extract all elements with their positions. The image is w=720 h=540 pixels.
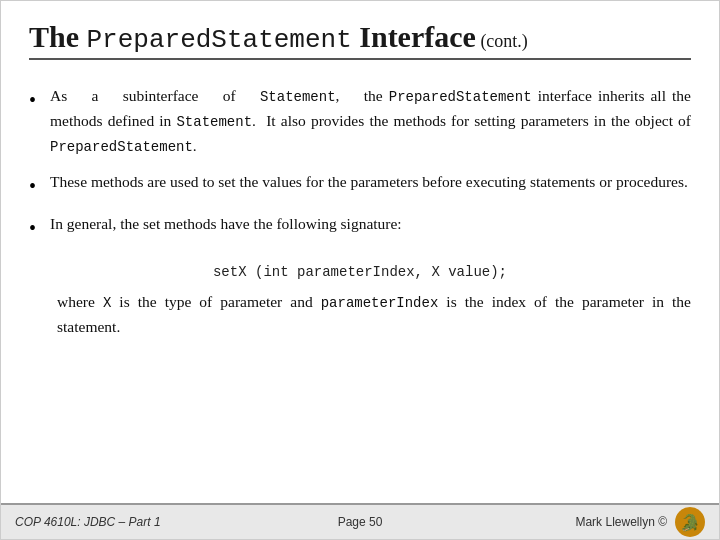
bullet-item-2: • These methods are used to set the valu… <box>29 170 691 200</box>
title-divider <box>29 58 691 60</box>
code-preparedstatement-2: PreparedStatement <box>50 139 193 155</box>
footer-page: Page 50 <box>245 515 475 529</box>
footer-logo-icon: 🐊 <box>675 507 705 537</box>
code-parameterindex: parameterIndex <box>321 295 439 311</box>
code-signature-text: setX (int parameterIndex, X value); <box>213 264 507 280</box>
bullet-item-1: • As a subinterface of Statement, the Pr… <box>29 84 691 158</box>
title-the: The <box>29 20 87 53</box>
code-x-1: X <box>103 295 111 311</box>
slide-footer: COP 4610L: JDBC – Part 1 Page 50 Mark Ll… <box>1 503 719 539</box>
bullet-text-2: These methods are used to set the values… <box>50 170 688 194</box>
slide-container: The PreparedStatement Interface (cont.) … <box>0 0 720 540</box>
slide-content: • As a subinterface of Statement, the Pr… <box>1 76 719 503</box>
title-code: PreparedStatement <box>87 25 352 55</box>
slide-title: The PreparedStatement Interface (cont.) <box>29 19 691 56</box>
bullet-symbol-2: • <box>29 172 36 200</box>
bullet-text-1: As a subinterface of Statement, the Prep… <box>50 84 691 158</box>
code-preparedstatement-1: PreparedStatement <box>389 89 532 105</box>
slide-header: The PreparedStatement Interface (cont.) <box>1 1 719 76</box>
bullet-symbol-3: • <box>29 214 36 242</box>
bullet-symbol-1: • <box>29 86 36 114</box>
footer-author: Mark Llewellyn © 🐊 <box>475 507 705 537</box>
code-statement-1: Statement <box>260 89 336 105</box>
code-signature: setX (int parameterIndex, X value); <box>29 262 691 282</box>
code-statement-2: Statement <box>176 114 252 130</box>
footer-course: COP 4610L: JDBC – Part 1 <box>15 515 245 529</box>
title-cont: (cont.) <box>476 31 528 51</box>
bullet-text-3: In general, the set methods have the fol… <box>50 212 402 236</box>
bullet-item-3: • In general, the set methods have the f… <box>29 212 691 242</box>
title-interface: Interface <box>352 20 476 53</box>
where-clause: where X is the type of parameter and par… <box>57 290 691 339</box>
footer-author-text: Mark Llewellyn © <box>575 515 667 529</box>
